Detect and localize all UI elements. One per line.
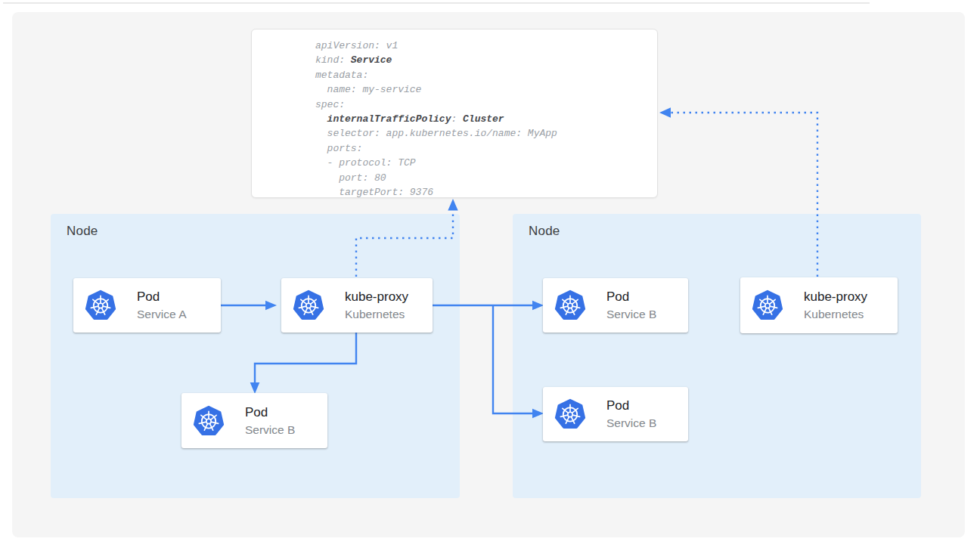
node-box-right: Node [513,214,921,498]
card-title: Pod [606,398,656,413]
card-pod-service-b-top-right: Pod Service B [543,278,688,333]
kubernetes-icon [554,289,586,321]
card-title: Pod [606,289,656,305]
yaml-code: apiVersion: v1kind: Servicemetadata: nam… [315,39,557,200]
card-subtitle: Kubernetes [804,307,867,321]
card-title: Pod [137,289,186,305]
card-subtitle: Service B [606,307,656,321]
card-pod-service-b-left: Pod Service B [181,393,327,448]
kubernetes-icon [85,289,116,321]
card-subtitle: Service B [606,416,656,430]
node-box-left: Node [51,214,460,498]
kubernetes-icon [193,405,225,437]
card-pod-service-b-bottom-right: Pod Service B [543,387,688,441]
node-label: Node [67,224,98,239]
diagram-stage: apiVersion: v1kind: Servicemetadata: nam… [0,0,980,551]
card-title: Pod [245,405,295,420]
kubernetes-icon [293,289,324,321]
node-label: Node [529,224,560,239]
card-kube-proxy-right: kube-proxy Kubernetes [740,277,898,333]
card-title: kube-proxy [345,289,408,305]
card-title: kube-proxy [804,289,867,305]
card-subtitle: Service A [137,307,186,321]
yaml-manifest-card: apiVersion: v1kind: Servicemetadata: nam… [251,29,658,198]
card-subtitle: Kubernetes [345,307,408,321]
top-divider [3,2,870,4]
card-pod-service-a: Pod Service A [73,278,221,333]
card-kube-proxy-left: kube-proxy Kubernetes [281,278,433,333]
card-subtitle: Service B [245,423,295,437]
kubernetes-icon [752,289,783,321]
kubernetes-icon [554,398,586,430]
